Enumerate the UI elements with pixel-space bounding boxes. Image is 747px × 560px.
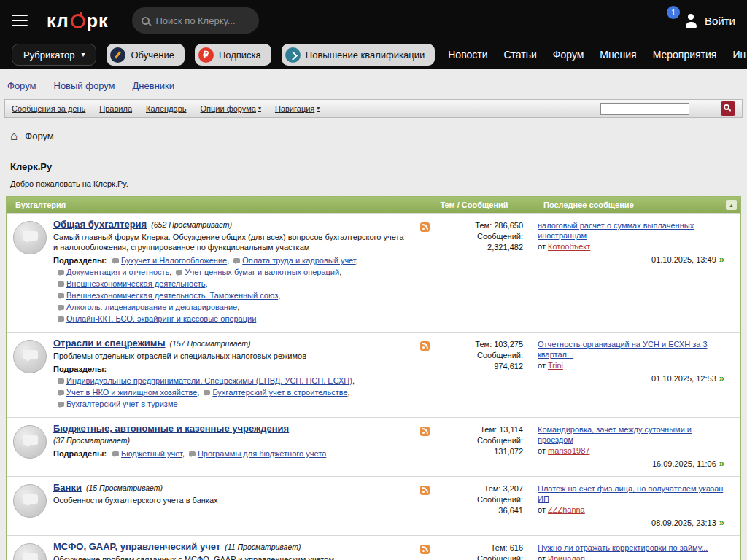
rss-icon[interactable] xyxy=(420,222,430,232)
subforum-link[interactable]: Алкоголь: лицензирование и декларировани… xyxy=(66,303,237,311)
header-search-input[interactable] xyxy=(156,15,247,26)
from-label: от xyxy=(538,554,546,560)
subforum-item: Учет в НКО и жилищном хозяйстве xyxy=(53,388,199,397)
speech-bubble-icon xyxy=(204,390,210,395)
category-link[interactable]: Бухгалтерия xyxy=(15,201,66,209)
subnav-blogs[interactable]: Дневники xyxy=(133,80,175,91)
nav-link-forum[interactable]: Форум xyxy=(553,49,584,61)
subforum-link[interactable]: Документация и отчетность xyxy=(66,268,169,276)
hamburger-menu-icon[interactable] xyxy=(12,15,28,26)
goto-last-post-icon[interactable]: » xyxy=(719,518,724,528)
subforum-link[interactable]: Индивидуальные предприниматели. Спецрежи… xyxy=(66,376,352,385)
nav-link-articles[interactable]: Статьи xyxy=(503,49,536,61)
toolbar-forum-options[interactable]: Опции форума▾ xyxy=(201,104,261,113)
toolbar-rules[interactable]: Правила xyxy=(99,104,132,113)
subforum-link[interactable]: Внешнеэкономическая деятельность. Таможе… xyxy=(66,291,278,300)
nav-link-events[interactable]: Мероприятия xyxy=(653,49,717,61)
last-post-user-link[interactable]: Котообъект xyxy=(548,242,590,251)
rss-icon[interactable] xyxy=(420,486,430,495)
speech-bubble-icon xyxy=(58,270,64,275)
rubricator-button[interactable]: Рубрикатор ▾ xyxy=(12,44,96,66)
messages-label: Сообщений: xyxy=(436,435,523,446)
toolbar-search-input[interactable] xyxy=(600,103,689,115)
goto-last-post-icon[interactable]: » xyxy=(719,459,724,469)
subforum-link[interactable]: Учет ценных бумаг и валютных операций xyxy=(185,268,339,276)
subforum-link[interactable]: Оплата труда и кадровый учет xyxy=(242,256,355,265)
last-post: Отчетность организаций на УСН и ЕСХН за … xyxy=(523,338,735,410)
goto-last-post-icon[interactable]: » xyxy=(719,373,724,384)
last-post: Платеж на счет физ.лица, но получателем … xyxy=(523,483,735,528)
toolbar-navigation[interactable]: Навигация▾ xyxy=(275,104,320,113)
collapse-category-button[interactable]: ▲ xyxy=(726,200,737,210)
messages-count: 36,641 xyxy=(436,505,523,516)
forum-table: Бухгалтерия Тем / Сообщений Последнее со… xyxy=(6,196,741,560)
subnav-forum[interactable]: Форум xyxy=(7,80,36,91)
last-post-link[interactable]: Отчетность организаций на УСН и ЕСХН за … xyxy=(538,340,708,359)
login-button[interactable]: Войти xyxy=(705,15,735,27)
last-post-link[interactable]: Командировка, зачет между суточными и пр… xyxy=(538,425,692,444)
nav-link-news[interactable]: Новости xyxy=(448,49,487,61)
qualification-button[interactable]: Повышение квалификации xyxy=(282,44,435,66)
subscription-ruble-icon: ₽ xyxy=(198,47,214,63)
subforum-link[interactable]: Внешнеэкономическая деятельность xyxy=(66,279,205,288)
forum-description: Самый главный форум Клерка. Обсуждение о… xyxy=(53,232,405,252)
subforum-link[interactable]: Бухгалтерский учет в строительстве xyxy=(212,388,347,397)
subforum-item: Бюджетный учет xyxy=(108,449,185,458)
toolbar-search-button[interactable] xyxy=(721,101,735,116)
subforum-link[interactable]: Бухучет и Налогообложение xyxy=(121,256,227,265)
speech-bubble-icon xyxy=(58,390,64,395)
forum-stats: Тем: 3,207 Сообщений: 36,641 xyxy=(436,483,523,528)
rss-icon[interactable] xyxy=(420,427,430,436)
threads-count: Тем: 286,650 xyxy=(436,220,523,231)
last-post-user-link[interactable]: Trini xyxy=(548,361,563,370)
category-cell: Бухгалтерия xyxy=(7,201,419,209)
rss-icon[interactable] xyxy=(420,341,430,351)
last-post-link[interactable]: Платеж на счет физ.лица, но получателем … xyxy=(538,484,723,503)
forum-info: Отрасли и спецрежимы(157 Просматривает) … xyxy=(53,338,414,410)
subscription-button[interactable]: ₽ Подписка xyxy=(195,44,271,66)
last-post-author: от Trini xyxy=(538,360,724,370)
subforum-link[interactable]: Онлайн-ККТ, БСО, эквайринг и кассовые оп… xyxy=(66,314,256,323)
subforum-item: Внешнеэкономическая деятельность xyxy=(53,279,207,288)
chevron-down-icon: ▾ xyxy=(258,106,261,112)
forum-title-link[interactable]: Бюджетные, автономные и казенные учрежде… xyxy=(53,423,289,434)
home-icon[interactable]: ⌂ xyxy=(10,130,18,142)
subforum-link[interactable]: Бухгалтерский учет в туризме xyxy=(66,400,178,408)
viewing-count: (652 Просматривает) xyxy=(151,220,232,229)
subforum-link[interactable]: Программы для бюджетного учета xyxy=(198,449,326,458)
rss-icon[interactable] xyxy=(420,545,430,554)
nav-link-tools[interactable]: Ин xyxy=(732,49,746,61)
user-icon[interactable] xyxy=(684,14,698,28)
forum-title-link[interactable]: МСФО, GAAP, управленческий учет xyxy=(53,541,220,552)
forum-info: МСФО, GAAP, управленческий учет(11 Просм… xyxy=(53,542,414,560)
speech-bubble-icon xyxy=(176,270,182,275)
last-post-user-link[interactable]: Ириналап xyxy=(548,554,585,560)
toolbar-daily-messages[interactable]: Сообщения за день xyxy=(12,104,85,113)
messages-count: 2,321,482 xyxy=(436,242,523,253)
forum-title-link[interactable]: Отрасли и спецрежимы xyxy=(53,338,166,349)
nav-link-opinions[interactable]: Мнения xyxy=(600,49,636,61)
forum-row: Отрасли и спецрежимы(157 Просматривает) … xyxy=(7,332,740,417)
last-post-link[interactable]: налоговый расчет о суммах выплаченных ин… xyxy=(538,221,694,240)
last-post-link[interactable]: Нужно ли отражать корректировки по займу… xyxy=(538,543,708,552)
subforum-item: Оплата труда и кадровый учет xyxy=(229,256,358,265)
education-button[interactable]: Обучение xyxy=(107,44,184,66)
subforum-link[interactable]: Учет в НКО и жилищном хозяйстве xyxy=(66,388,197,397)
forum-title-link[interactable]: Банки xyxy=(53,482,82,493)
collapse-icon: ▲ xyxy=(729,203,734,208)
intro-section: Клерк.Ру Добро пожаловать на Клерк.Ру. xyxy=(10,161,747,188)
forum-title-link[interactable]: Общая бухгалтерия xyxy=(53,219,147,230)
header-search[interactable] xyxy=(132,7,259,34)
last-post-user-link[interactable]: ZZZhanna xyxy=(548,505,585,514)
col-last-message: Последнее сообщение xyxy=(529,201,740,209)
forum-avatar-icon xyxy=(13,484,47,518)
subforum-link[interactable]: Бюджетный учет xyxy=(121,449,182,458)
last-post: Командировка, зачет между суточными и пр… xyxy=(523,424,735,469)
viewing-count: (15 Просматривает) xyxy=(86,483,163,492)
last-post-user-link[interactable]: mariso1987 xyxy=(548,446,589,455)
subforum-item: Документация и отчетность xyxy=(53,268,171,276)
goto-last-post-icon[interactable]: » xyxy=(719,254,724,265)
subnav-new-forum[interactable]: Новый форум xyxy=(54,80,115,91)
klerk-logo[interactable]: кл рк xyxy=(47,10,109,31)
toolbar-calendar[interactable]: Календарь xyxy=(146,104,187,113)
